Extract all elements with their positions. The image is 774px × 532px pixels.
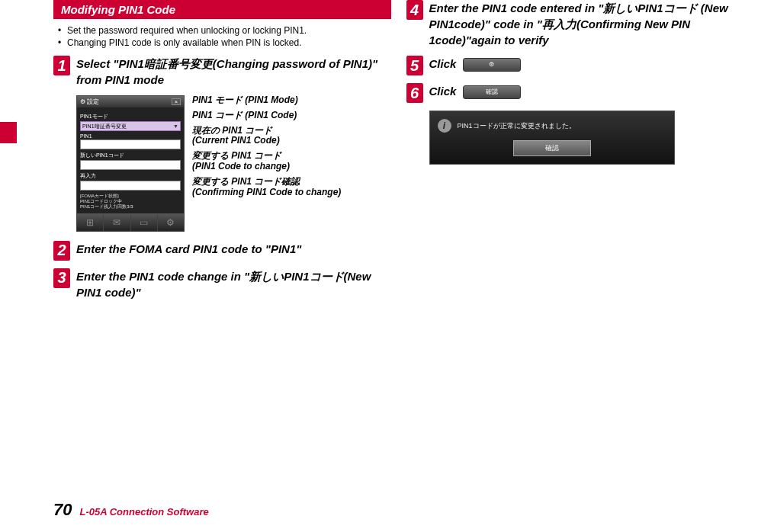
close-icon[interactable]: × (172, 98, 181, 105)
step-text-label: Click (429, 85, 457, 98)
callout-line: 現在の PIN1 コード (192, 126, 341, 136)
chapter-tab (0, 122, 17, 143)
left-column: Modifying PIN1 Code Set the password req… (53, 0, 391, 308)
field-label: 再入力 (80, 172, 181, 180)
window-title-text: 設定 (87, 98, 99, 105)
step-4: 4 Enter the PIN1 code entered in "新しいPIN… (406, 0, 744, 48)
callout-current-pin1: 現在の PIN1 コード (Current PIN1 Code) (192, 126, 341, 147)
settings-button[interactable] (463, 58, 521, 71)
page-number: 70 (53, 500, 72, 520)
step-1: 1 Select "PIN1暗証番号変更(Changing password o… (53, 56, 391, 88)
callout-line: 変更する PIN1 コード (192, 151, 341, 162)
dialog-message: PIN1コードが正常に変更されました。 (458, 121, 576, 131)
status-line: PIN1コードロック中 (80, 199, 181, 204)
window-titlebar: ⚙ 設定 × (77, 96, 184, 107)
section-header: Modifying PIN1 Code (53, 0, 391, 19)
toolbar-network-icon[interactable]: ⊞ (77, 214, 104, 231)
field-label: PIN1モード (80, 113, 181, 120)
step-text: Enter the PIN1 code entered in "新しいPIN1コ… (429, 0, 744, 48)
step-text: Select "PIN1暗証番号変更(Changing password of … (76, 56, 391, 88)
info-icon: i (438, 119, 451, 133)
page-footer: 70 L-05A Connection Software (53, 500, 209, 520)
footer-title: L-05A Connection Software (79, 506, 208, 518)
step-text: Click 確認 (429, 83, 521, 99)
step-number: 2 (53, 241, 70, 261)
callout-line: (Confirming PIN1 Code to change) (192, 187, 341, 198)
callout-pin1-code: PIN1 コード (PIN1 Code) (192, 111, 341, 121)
bottom-toolbar: ⊞ ✉ ▭ ⚙ (77, 213, 184, 231)
intro-bullets: Set the password required when unlocking… (53, 25, 391, 48)
chevron-down-icon: ▼ (173, 123, 178, 129)
step-5: 5 Click (406, 56, 744, 75)
callout-line: 変更する PIN1 コード確認 (192, 177, 341, 187)
gear-icon: ⚙ 設定 (80, 98, 99, 106)
confirmation-dialog: i PIN1コードが正常に変更されました。 確認 (429, 111, 675, 165)
bullet-item: Set the password required when unlocking… (67, 25, 391, 36)
step-number: 3 (53, 268, 70, 288)
field-label: PIN1 (80, 133, 181, 139)
figure-area: ⚙ 設定 × PIN1モード PIN1暗証番号変更 ▼ PIN1 新しいPIN1… (76, 95, 391, 232)
step-text: Click (429, 56, 521, 72)
bullet-item: Changing PIN1 code is only available whe… (67, 37, 391, 48)
step-6: 6 Click 確認 (406, 83, 744, 103)
step-3: 3 Enter the PIN1 code change in "新しいPIN1… (53, 268, 391, 300)
step-number: 6 (406, 83, 423, 103)
step-text-label: Click (429, 57, 457, 70)
toolbar-book-icon[interactable]: ▭ (131, 214, 158, 231)
settings-window: ⚙ 設定 × PIN1モード PIN1暗証番号変更 ▼ PIN1 新しいPIN1… (76, 95, 185, 232)
step-text: Enter the FOMA card PIN1 code to "PIN1" (76, 241, 301, 257)
status-line: PIN1コード残入力回数3/3 (80, 204, 181, 210)
step-2: 2 Enter the FOMA card PIN1 code to "PIN1… (53, 241, 391, 261)
status-title: [FOMAカード状態] (80, 194, 181, 199)
gear-icon (489, 61, 494, 68)
pin1-input[interactable] (80, 139, 181, 149)
toolbar-mail-icon[interactable]: ✉ (104, 214, 130, 231)
callout-pin1-mode: PIN1 モード (PIN1 Mode) (192, 95, 341, 106)
select-value: PIN1暗証番号変更 (82, 123, 127, 130)
step-text: Enter the PIN1 code change in "新しいPIN1コー… (76, 268, 391, 300)
callout-list: PIN1 モード (PIN1 Mode) PIN1 コード (PIN1 Code… (192, 95, 341, 197)
toolbar-gear-icon[interactable]: ⚙ (158, 214, 184, 231)
new-pin1-input[interactable] (80, 160, 181, 170)
confirm-button[interactable]: 確認 (463, 85, 521, 98)
pin1-mode-select[interactable]: PIN1暗証番号変更 ▼ (80, 121, 181, 131)
foma-status: [FOMAカード状態] PIN1コードロック中 PIN1コード残入力回数3/3 (80, 194, 181, 210)
step-number: 1 (53, 56, 70, 75)
callout-confirm-pin1: 変更する PIN1 コード確認 (Confirming PIN1 Code to… (192, 177, 341, 198)
step-number: 4 (406, 0, 423, 20)
dialog-ok-button[interactable]: 確認 (513, 140, 591, 156)
callout-change-pin1: 変更する PIN1 コード (PIN1 Code to change) (192, 151, 341, 172)
reenter-pin1-input[interactable] (80, 181, 181, 191)
callout-line: (Current PIN1 Code) (192, 136, 341, 146)
callout-line: (PIN1 Code to change) (192, 162, 341, 172)
field-label: 新しいPIN1コード (80, 152, 181, 159)
right-column: 4 Enter the PIN1 code entered in "新しいPIN… (406, 0, 744, 308)
step-number: 5 (406, 56, 423, 75)
